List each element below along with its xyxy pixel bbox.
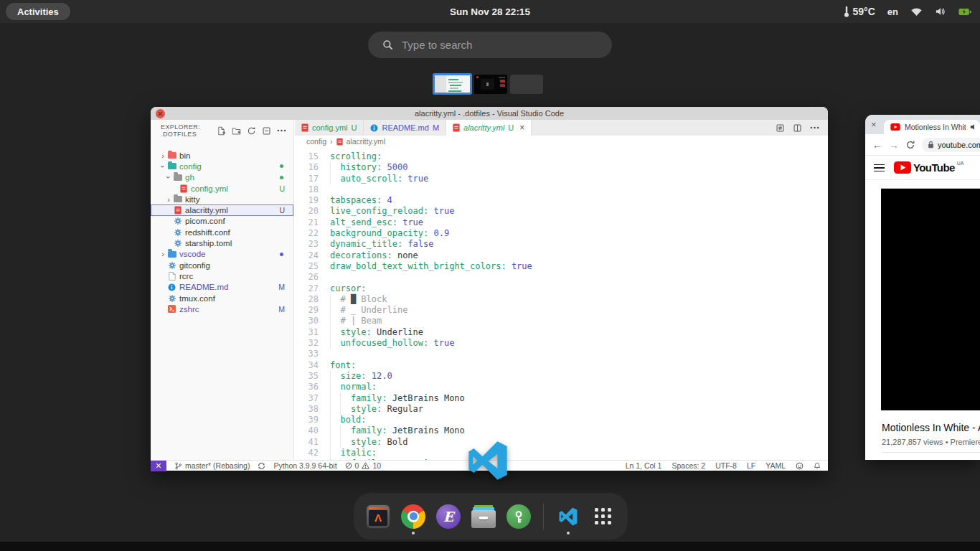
open-changes-icon[interactable] [776,123,785,133]
encoding-setting[interactable]: UTF-8 [715,461,737,470]
split-editor-icon[interactable] [793,123,802,133]
tree-item-rcrc[interactable]: rcrc [151,270,293,281]
chevron-right-icon[interactable]: › [159,250,166,258]
new-file-icon[interactable] [217,126,226,136]
tab-audio-icon[interactable] [970,123,977,131]
code-line-24[interactable]: 24decorations: none [295,250,828,261]
refresh-icon[interactable] [247,126,256,136]
workspace-thumbnail-2[interactable] [474,75,507,94]
tree-item-kitty[interactable]: ›kitty [151,194,293,204]
wifi-icon[interactable] [910,6,923,17]
tree-item-starship.toml[interactable]: starship.toml [151,237,293,248]
tree-item-tmux.conf[interactable]: tmux.conf [151,293,293,303]
background-tab-close-icon[interactable]: × [871,119,877,130]
vscode-app-icon-large[interactable] [465,438,511,484]
breadcrumb-folder[interactable]: config [306,137,326,146]
language-mode[interactable]: YAML [765,461,786,470]
code-line-27[interactable]: 27cursor: [295,283,828,294]
tree-item-redshift.conf[interactable]: redshift.conf [151,227,293,237]
code-line-22[interactable]: 22background_opacity: 0.9 [295,228,828,239]
editor-tab-README.md[interactable]: README.mdM [364,120,446,136]
eol-setting[interactable]: LF [747,461,755,470]
dock-item-emacs[interactable]: E [435,496,461,537]
youtube-logo[interactable]: YouTube UA [894,161,963,174]
editor-tab-alacritty.yml[interactable]: alacritty.ymlU× [446,120,532,136]
code-line-42[interactable]: 42italic: [295,448,828,458]
code-line-26[interactable]: 26 [295,272,828,283]
dock-item-files[interactable] [471,496,496,537]
tree-item-gitconfig[interactable]: gitconfig [151,260,293,270]
address-bar[interactable]: youtube.com/wa [922,138,980,152]
collapse-all-icon[interactable] [262,126,271,136]
more-icon[interactable] [810,126,819,129]
code-line-38[interactable]: 38style: Regular [295,404,828,415]
code-line-18[interactable]: 18 [295,184,828,195]
tree-item-alacritty.yml[interactable]: alacritty.ymlU [151,204,293,215]
cursor-position[interactable]: Ln 1, Col 1 [626,461,662,470]
editor-tab-config.yml[interactable]: config.ymlU [295,120,364,136]
clock[interactable]: Sun Nov 28 22:15 [0,0,980,23]
code-line-41[interactable]: 41style: Bold [295,437,828,448]
breadcrumb[interactable]: config › alacritty.yml [295,136,828,147]
reload-button[interactable] [905,140,915,150]
tab-close-icon[interactable]: × [519,123,524,133]
video-player[interactable] [881,188,980,410]
indentation-setting[interactable]: Spaces: 2 [672,461,705,470]
battery-charging-icon[interactable] [958,8,971,16]
breadcrumb-file[interactable]: alacritty.yml [347,137,386,146]
python-interpreter[interactable]: Python 3.9.9 64-bit [273,461,336,470]
workspace-thumbnail-active[interactable] [433,73,472,95]
code-line-30[interactable]: 30# | Beam [295,316,828,326]
code-line-29[interactable]: 29# _ Underline [295,305,828,316]
problems-status[interactable]: 0 10 [345,461,382,470]
code-line-21[interactable]: 21alt_send_esc: true [295,217,828,228]
back-button[interactable]: ← [872,139,882,151]
tree-item-zshrc[interactable]: zshrcM [151,303,293,314]
tree-item-gh[interactable]: ›gh [151,172,293,183]
code-line-36[interactable]: 36normal: [295,382,828,392]
dock-item-chrome[interactable] [400,496,426,537]
volume-icon[interactable] [935,6,946,17]
code-line-17[interactable]: 17auto_scroll: true [295,174,828,184]
dock-item-vscode[interactable] [555,496,581,537]
chrome-active-tab[interactable]: Motionless In White - / [884,120,980,134]
keyboard-layout[interactable]: en [887,6,898,17]
more-icon[interactable] [277,129,286,132]
feedback-icon[interactable] [796,462,804,470]
code-line-28[interactable]: 28# █ Block [295,294,828,305]
window-close-button[interactable] [156,109,165,118]
chevron-right-icon[interactable]: › [159,152,166,159]
code-line-23[interactable]: 23dynamic_title: false [295,239,828,250]
remote-indicator[interactable] [151,461,166,471]
chevron-right-icon[interactable]: › [165,196,172,203]
chevron-down-icon[interactable]: › [159,163,166,170]
dock-item-keepassxc[interactable] [506,496,532,537]
code-line-34[interactable]: 34font: [295,360,828,371]
tree-item-config[interactable]: ›config [151,161,293,171]
tree-item-vscode[interactable]: ›vscode [151,249,293,260]
tree-item-README.md[interactable]: README.mdM [151,282,293,293]
tree-item-bin[interactable]: ›bin [151,150,293,161]
code-line-25[interactable]: 25draw_bold_text_with_bright_colors: tru… [295,261,828,272]
code-line-35[interactable]: 35size: 12.0 [295,371,828,382]
notifications-bell-icon[interactable] [814,462,821,470]
system-tray[interactable]: 59°C en [844,0,971,23]
code-line-39[interactable]: 39bold: [295,415,828,425]
code-line-40[interactable]: 40family: JetBrains Mono [295,425,828,436]
vscode-titlebar[interactable]: alacritty.yml - .dotfiles - Visual Studi… [151,107,828,120]
tree-item-config.yml[interactable]: config.ymlU [151,183,293,194]
code-line-33[interactable]: 33 [295,349,828,359]
code-line-16[interactable]: 16history: 5000 [295,162,828,173]
dock-item-alacritty[interactable]: Λ [365,496,391,537]
forward-button[interactable]: → [889,139,899,151]
git-branch-status[interactable]: master* (Rebasing) [174,461,250,470]
chevron-down-icon[interactable]: › [165,174,172,181]
code-line-31[interactable]: 31style: Underline [295,327,828,338]
code-line-20[interactable]: 20live_config_reload: true [295,206,828,217]
workspace-thumbnail-empty[interactable] [510,75,543,94]
code-editor[interactable]: 15scrolling:16history: 500017auto_scroll… [295,147,828,460]
dock-item-app-grid[interactable] [590,496,616,537]
code-line-15[interactable]: 15scrolling: [295,151,828,162]
code-line-19[interactable]: 19tabspaces: 4 [295,195,828,206]
code-line-37[interactable]: 37family: JetBrains Mono [295,393,828,404]
